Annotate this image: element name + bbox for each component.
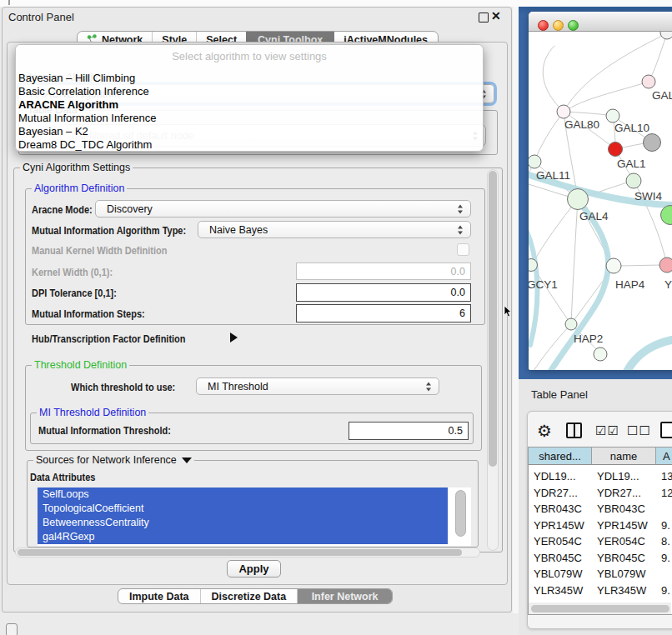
table-cell[interactable]: YDR27... <box>534 487 578 499</box>
network-node[interactable] <box>529 155 541 168</box>
network-node[interactable] <box>606 109 619 122</box>
mi-steps-field[interactable]: 6 <box>296 304 471 322</box>
table-cell[interactable]: YDR27... <box>597 487 641 499</box>
attribute-list-item[interactable]: gal4RGexp <box>38 530 448 544</box>
network-edge[interactable] <box>564 112 613 116</box>
network-node[interactable] <box>644 134 661 152</box>
network-edge[interactable] <box>571 199 578 324</box>
dpi-tolerance-field[interactable]: 0.0 <box>296 283 471 302</box>
table-cell[interactable]: YBL079W <box>597 568 646 580</box>
tab-discretize-data[interactable]: Discretize Data <box>200 589 298 603</box>
network-node[interactable] <box>606 258 621 273</box>
column-header[interactable]: shared... <box>529 448 592 465</box>
table-cell[interactable]: YBR043C <box>534 502 582 515</box>
close-icon[interactable]: ✕ <box>491 9 501 22</box>
gear-icon[interactable]: ⚙ <box>537 421 552 441</box>
table-cell[interactable]: YDL19... <box>534 470 576 482</box>
which-threshold-label: Which threshold to use: <box>71 382 175 393</box>
table-cell[interactable]: YLR345W <box>534 584 583 597</box>
tab-infer-network[interactable]: Infer Network <box>297 589 392 603</box>
hub-definition-label[interactable]: Hub/Transcription Factor Definition <box>32 333 186 345</box>
table-cell[interactable]: YPR145W <box>534 519 584 532</box>
network-node[interactable] <box>642 75 655 88</box>
network-edge[interactable] <box>564 82 649 112</box>
collapsed-panel-icon[interactable] <box>6 623 18 635</box>
attribute-list-item[interactable]: SelfLoops <box>38 488 448 502</box>
network-edge[interactable] <box>532 199 578 265</box>
network-edge[interactable] <box>614 265 667 266</box>
dropdown-item[interactable]: Basic Correlation Inference <box>18 85 149 98</box>
network-edge[interactable] <box>534 112 564 162</box>
expand-arrow-icon[interactable] <box>230 332 238 342</box>
table-cell[interactable]: YBL079W <box>534 568 583 580</box>
network-node[interactable] <box>626 173 641 188</box>
table-cell[interactable]: YLR345W <box>597 584 646 597</box>
kernel-width-field[interactable]: 0.0 <box>296 262 471 280</box>
new-table-icon[interactable] <box>660 422 672 438</box>
mouse-cursor <box>504 306 514 318</box>
which-threshold-combo[interactable]: MI Threshold <box>196 378 439 395</box>
mi-threshold-field[interactable]: 0.5 <box>349 422 469 440</box>
aracne-mode-label: Aracne Mode: <box>32 204 93 216</box>
node-label: GAL7 <box>652 89 672 102</box>
network-node[interactable] <box>594 348 607 361</box>
network-node[interactable] <box>609 142 623 157</box>
network-node[interactable] <box>659 258 672 272</box>
table-cell[interactable]: YBR043C <box>597 502 645 515</box>
group-title: MI Threshold Definition <box>37 407 148 419</box>
network-node[interactable] <box>661 206 672 225</box>
dropdown-item[interactable]: Mutual Information Inference <box>18 112 156 124</box>
attribute-list-item[interactable]: TopologicalCoefficient <box>38 502 448 516</box>
list-scrollbar-thumb[interactable] <box>455 490 466 537</box>
settings-scrollbar-thumb[interactable] <box>489 171 497 467</box>
float-window-icon[interactable] <box>479 12 489 22</box>
manual-kernel-checkbox[interactable] <box>457 243 469 256</box>
table-hscrollbar-thumb[interactable] <box>531 605 669 612</box>
network-node[interactable] <box>565 318 577 330</box>
tab-label: Discretize Data <box>212 591 287 602</box>
network-graph[interactable]: GAL7GAL80GAL10GAL1GAL11SWI4GAL4GCY1HAP4Y… <box>529 32 672 370</box>
aracne-mode-combo[interactable]: Discovery <box>95 200 471 218</box>
network-node[interactable] <box>529 259 538 272</box>
table-cell[interactable]: YPR145W <box>597 519 648 532</box>
close-traffic-light[interactable] <box>538 20 549 31</box>
columns-icon[interactable] <box>566 422 582 438</box>
apply-button[interactable]: Apply <box>227 560 281 578</box>
tab-impute-data[interactable]: Impute Data <box>118 589 200 603</box>
attribute-list-item[interactable]: BetweennessCentrality <box>38 516 448 530</box>
data-attributes-list[interactable]: SelfLoopsTopologicalCoefficientBetweenne… <box>38 488 471 546</box>
table-cell[interactable]: 8. <box>661 535 670 548</box>
column-header[interactable]: A <box>656 448 672 465</box>
minimize-traffic-light[interactable] <box>553 20 564 31</box>
settings-hscrollbar-thumb[interactable] <box>18 549 462 556</box>
network-edge[interactable] <box>624 340 672 370</box>
table-cell[interactable]: 9. <box>661 519 670 532</box>
dropdown-item[interactable]: Bayesian – Hill Climbing <box>18 72 135 84</box>
unselect-all-columns-icon[interactable]: ☐☐ <box>627 423 651 438</box>
dropdown-item[interactable]: Bayesian – K2 <box>18 125 88 138</box>
table-cell[interactable]: YBR045C <box>597 552 645 564</box>
table-cell[interactable]: 9. <box>661 584 670 597</box>
node-label: GAL4 <box>579 210 609 222</box>
dropdown-item[interactable]: Dream8 DC_TDC Algorithm <box>18 138 152 151</box>
column-header[interactable]: name <box>592 448 656 465</box>
network-node[interactable] <box>568 189 589 210</box>
data-attributes-label: Data Attributes <box>30 472 95 483</box>
top-divider <box>8 0 10 5</box>
network-edge[interactable] <box>543 46 564 112</box>
network-edge[interactable] <box>649 33 667 82</box>
table-cell[interactable]: YER054C <box>597 535 645 548</box>
table-cell[interactable]: 12 <box>661 487 672 499</box>
table-cell[interactable]: 9. <box>661 552 670 564</box>
dropdown-item[interactable]: ARACNE Algorithm <box>18 98 118 111</box>
zoom-traffic-light[interactable] <box>568 20 579 31</box>
mi-type-combo[interactable]: Naive Bayes <box>198 221 471 238</box>
table-cell[interactable]: 13 <box>661 470 672 482</box>
table-cell[interactable]: YBR045C <box>534 552 582 564</box>
network-node[interactable] <box>660 32 672 39</box>
table-cell[interactable]: YDL19... <box>597 470 639 482</box>
table-cell[interactable]: YER054C <box>534 535 582 548</box>
network-node[interactable] <box>557 105 570 118</box>
kernel-width-label: Kernel Width (0,1): <box>32 267 113 278</box>
select-all-columns-icon[interactable]: ☑☑ <box>595 423 619 438</box>
